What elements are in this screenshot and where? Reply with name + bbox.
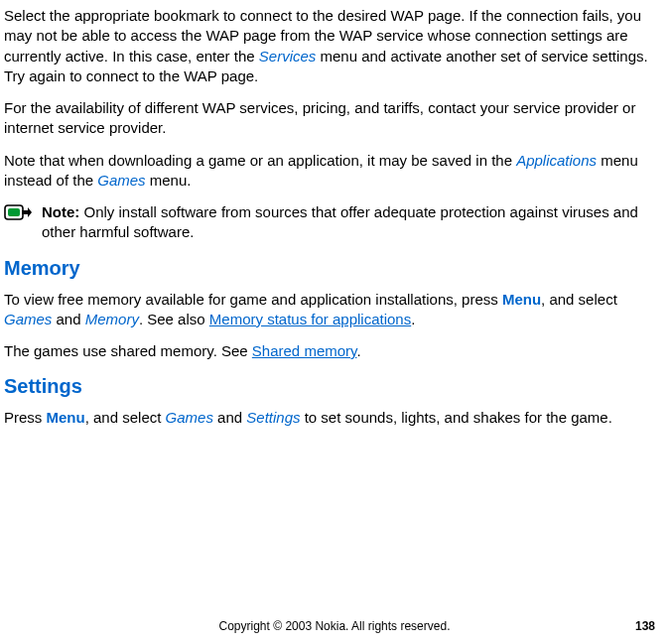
note-text: Note: Only install software from sources… [42,202,657,243]
text: menu. [146,172,192,189]
text: and [213,409,246,426]
paragraph-settings: Press Menu, and select Games and Setting… [4,408,657,428]
paragraph-wap-bookmark: Select the appropriate bookmark to conne… [4,6,657,86]
games-ref: Games [166,409,213,426]
games-menu-ref: Games [97,172,145,189]
text: For the availability of different WAP se… [4,99,635,136]
svg-rect-1 [8,208,20,216]
text: and [52,311,84,327]
note-block: Note: Only install software from sources… [4,202,657,243]
text: Press [4,409,47,426]
text: . [356,342,360,359]
text: To view free memory available for game a… [4,291,502,308]
paragraph-download-note: Note that when downloading a game or an … [4,151,657,192]
shared-memory-link[interactable]: Shared memory [252,342,357,359]
applications-menu-ref: Applications [516,152,597,169]
note-label: Note: [42,203,79,220]
menu-ref: Menu [502,291,541,308]
heading-settings: Settings [4,373,657,400]
page-number: 138 [635,618,655,634]
text: , and select [85,409,166,426]
paragraph-availability: For the availability of different WAP se… [4,98,657,139]
text: Only install software from sources that … [42,203,638,240]
menu-ref: Menu [47,409,85,426]
copyright-footer: Copyright © 2003 Nokia. All rights reser… [0,618,669,634]
heading-memory: Memory [4,255,657,282]
paragraph-memory: To view free memory available for game a… [4,290,657,330]
text: . [411,311,415,327]
paragraph-shared-memory: The games use shared memory. See Shared … [4,341,657,361]
memory-ref: Memory [85,311,139,327]
services-menu-ref: Services [259,48,317,64]
text: to set sounds, lights, and shakes for th… [301,409,612,426]
text: Note that when downloading a game or an … [4,152,516,169]
text: , and select [541,291,617,308]
games-ref: Games [4,311,52,327]
note-icon [4,204,32,226]
text: The games use shared memory. See [4,342,252,359]
settings-ref: Settings [246,409,300,426]
text: . See also [139,311,209,327]
memory-status-link[interactable]: Memory status for applications [209,311,411,327]
